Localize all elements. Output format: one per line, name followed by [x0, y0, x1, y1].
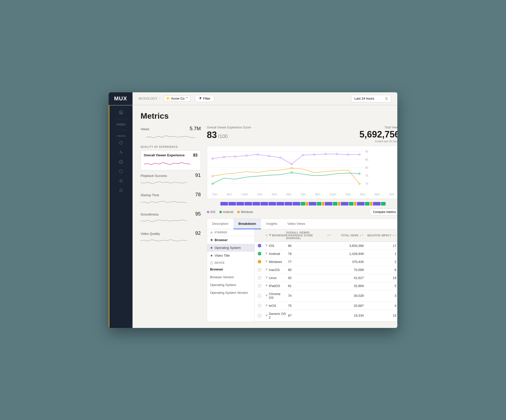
chart-x-labels: 7pm 9pm 11pm 1am 3am 5am 7am 9am 11am 1p…	[210, 193, 396, 196]
windows-impact: 2	[364, 260, 396, 264]
table-row-tvos[interactable]: ⧩ tvOS 75 20,687 4	[255, 302, 397, 310]
workspace-selector[interactable]: 📁 Acme Co ⌃	[164, 95, 191, 102]
views-sparkline	[141, 132, 201, 140]
col-impact-label: NEGATIVE IMPACT	[367, 234, 391, 237]
svg-point-15	[257, 154, 259, 155]
views-sort-icon: ▲▼	[360, 234, 364, 236]
right-panel: Overall Viewer Experience Score 83 /100 …	[207, 126, 397, 322]
linux-label: Linux	[269, 276, 277, 280]
chromeos-impact: 3	[364, 294, 396, 298]
breadcrumb-chevron: ›	[159, 97, 160, 100]
ios-impact: 17	[364, 244, 396, 248]
qoe-card-overall: Overall Viewer Experience 83	[141, 150, 201, 170]
ipados-filter-icon: ⧩	[265, 284, 267, 287]
score-max: /100	[218, 133, 228, 139]
chromeos-label: Chrome OS	[269, 292, 286, 300]
legend-android: Android	[219, 210, 233, 214]
windows-indicator	[258, 260, 265, 263]
qoe-label: QUALITY OF EXPERIENCE	[141, 146, 201, 148]
color-bar-container	[207, 202, 397, 206]
table-row-android[interactable]: ⧩ Android 78 1,428,949 1	[255, 250, 397, 258]
app-window: MUX MUXOLOGY › 📁 Acme Co ⌃ ⧩	[109, 92, 397, 328]
sidebar-item-home[interactable]	[109, 107, 133, 117]
filter-button[interactable]: ⧩ Filter	[195, 95, 215, 102]
macos-views: 70,589	[331, 268, 364, 272]
score-current: 83	[207, 130, 217, 140]
breakdown-tabs: Description Breakdown Insights Video Vie…	[207, 219, 397, 229]
table-row-macos[interactable]: ⧩ macOS 85 70,589 6	[255, 266, 397, 274]
tab-breakdown[interactable]: Breakdown	[233, 219, 261, 229]
color-bar-svg	[207, 202, 397, 205]
svg-point-29	[291, 172, 292, 173]
sidebar-item-data[interactable]	[109, 157, 133, 167]
star-filled-icon-3: ★	[210, 254, 213, 257]
linux-filter-icon: ⧩	[265, 276, 267, 279]
chevron-down-icon: ⌃	[185, 97, 188, 100]
table-row-linux[interactable]: ⧩ Linux 92 41,627 19	[255, 274, 397, 282]
page-title: Metrics	[141, 111, 389, 121]
logo: MUX	[114, 95, 127, 102]
sidebar-item-monitor[interactable]	[109, 138, 133, 148]
ipados-score: 81	[286, 284, 331, 288]
ipados-name: ⧩ iPadOS	[265, 284, 286, 288]
col-score-label: OVERALL VIEWER EXPERIENCE SCORE (AVERAGE…	[286, 231, 326, 240]
tab-description[interactable]: Description	[207, 219, 233, 229]
starred-section-header: ☆ STARRED	[207, 229, 255, 236]
sidebar: /VIDEO ✓DATA	[109, 105, 133, 328]
time-range-selector[interactable]: Last 24 hours ⇅	[351, 95, 391, 102]
sidebar-item-eye[interactable]	[109, 176, 133, 186]
sidebar-item-pulse[interactable]	[109, 148, 133, 157]
android-dot	[219, 211, 222, 213]
svg-rect-40	[252, 202, 260, 205]
sidebar-item-video[interactable]: /VIDEO	[109, 121, 133, 128]
starred-item-browser[interactable]: ★ Browser	[207, 236, 255, 244]
sidebar-item-bell[interactable]	[109, 186, 133, 195]
table-row-chromeos[interactable]: ⧩ Chrome OS 74 30,028 3	[255, 290, 397, 302]
table-row-ios[interactable]: ⧩ iOS 86 3,650,366 17	[255, 242, 397, 250]
device-section-header: DEVICE	[207, 259, 255, 265]
chromeos-score: 74	[286, 294, 331, 298]
breadcrumb-parent: MUXOLOGY	[139, 97, 157, 100]
svg-rect-46	[301, 202, 305, 205]
android-name: ⧩ Android	[265, 252, 286, 256]
svg-point-28	[212, 183, 213, 184]
ios-indicator	[258, 244, 265, 247]
compare-metrics-button[interactable]: Compare metrics	[369, 208, 397, 216]
videoquality-label: Video Quality	[141, 232, 160, 236]
ios-label: iOS	[210, 210, 215, 214]
svg-point-11	[212, 158, 213, 159]
table-row-ipados[interactable]: ⧩ iPadOS 81 32,869 5	[255, 282, 397, 290]
videoquality-value: 92	[195, 230, 201, 236]
device-item-browser[interactable]: Browser	[207, 265, 255, 273]
chart-legend: iOS Android Windows	[207, 210, 253, 214]
metric-startup: Startup Time 78	[141, 192, 201, 206]
legend-row: iOS Android Windows Compare metric	[207, 208, 397, 216]
ios-name: ⧩ iOS	[265, 244, 286, 248]
table-row-genericos2[interactable]: ⧩ Generic OS 2 87 19,334 15	[255, 310, 397, 322]
svg-rect-59	[370, 202, 372, 205]
macos-impact: 6	[364, 268, 396, 272]
android-filter-icon: ⧩	[265, 252, 267, 255]
device-item-os-version[interactable]: Operating System Version	[207, 289, 255, 297]
device-item-os[interactable]: Operating System	[207, 281, 255, 289]
ipados-indicator	[258, 284, 265, 288]
table-header-row: ⧩ BROWSER OVERALL VIEWER EXPERIENCE SCOR…	[255, 229, 397, 242]
playback-value: 91	[195, 172, 201, 178]
impact-sort-icon: ▲▼	[392, 234, 396, 236]
views-label: Views	[141, 127, 149, 131]
starred-item-title[interactable]: ★ Video Title	[207, 252, 255, 259]
starred-item-os[interactable]: ★ Operating System	[207, 244, 255, 252]
device-label: DEVICE	[215, 261, 225, 264]
tab-video-views[interactable]: Video Views	[282, 219, 310, 229]
sidebar-item-info[interactable]	[109, 167, 133, 176]
svg-point-21	[325, 153, 326, 155]
svg-point-17	[280, 157, 281, 158]
table-row-windows[interactable]: ⧩ Windows 77 370,435 2	[255, 258, 397, 266]
device-item-browser-version[interactable]: Browser Version	[207, 273, 255, 281]
metric-smoothness: Smoothness 95	[141, 211, 201, 226]
col-browser-header: ⧩ BROWSER	[265, 231, 286, 240]
folder-icon: 📁	[166, 97, 170, 100]
ios-filter-icon: ⧩	[265, 244, 267, 247]
tab-insights[interactable]: Insights	[261, 219, 282, 229]
score-sort-icon: ▲▼	[327, 234, 331, 236]
